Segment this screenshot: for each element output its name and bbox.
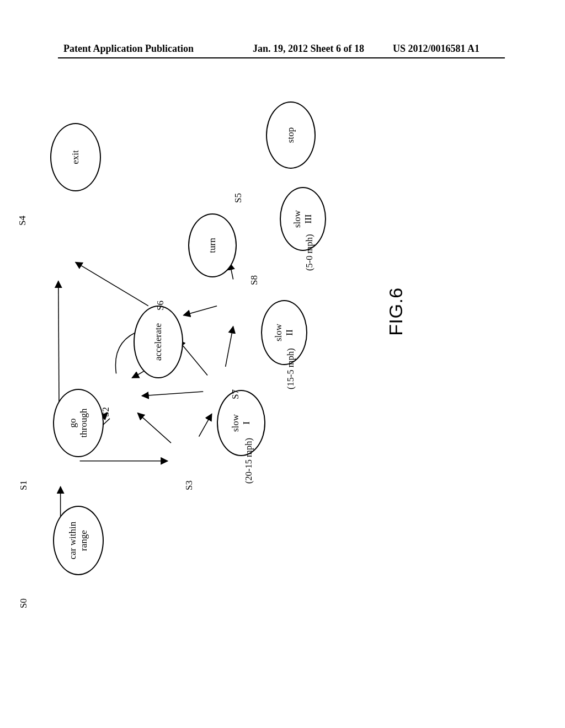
node-s1: S1 go through [53,389,104,457]
node-s6-text1: turn [207,238,218,253]
node-s1-text1: go [67,419,78,428]
node-s7: S7 slow II (15-5 mph) [261,300,307,365]
edge-s3-s7 [199,414,211,436]
node-s3-sub: (20-15 mph) [243,438,254,484]
edge-s7-s8 [226,326,233,367]
node-s3-text2: I [241,421,252,425]
header-right: US 2012/0016581 A1 [393,43,479,55]
node-s3-id: S3 [184,480,195,490]
node-s2-text1: accelerate [153,323,164,361]
node-s5-text1: stop [285,127,296,143]
figure-caption: FIG.6 [385,287,407,336]
node-s6-id: S6 [155,301,166,311]
node-s3: S3 slow I (20-15 mph) [217,390,265,456]
edge-s7-s2 [142,392,203,396]
node-s8: S8 slow III (5-0 mph) [280,187,326,251]
node-s8-text2: III [303,215,314,224]
node-s4: S4 exit [50,123,101,191]
node-s7-text2: II [284,329,295,335]
node-s8-sub: (5-0 mph) [304,234,315,271]
node-s0-text1: car within [67,522,78,559]
header-rule [58,57,505,58]
node-s2-id: S2 [100,407,111,417]
header-left: Patent Application Publication [63,43,194,55]
edge-s6-s4 [76,262,148,306]
node-s4-id: S4 [17,216,28,226]
node-s4-text1: exit [70,150,81,164]
node-s8-text1: slow [292,210,303,228]
node-s0: S0 car within range [53,506,104,575]
header-center: Jan. 19, 2012 Sheet 6 of 18 [253,43,364,55]
node-s1-text2: through [78,409,89,438]
node-s5-id: S5 [233,193,244,203]
node-s7-sub: (15-5 mph) [285,348,296,389]
edge-s8-s6 [184,306,217,315]
node-s0-id: S0 [18,598,29,608]
node-s3-text1: slow [230,414,241,432]
page: Patent Application Publication Jan. 19, … [0,0,565,728]
node-s6: S6 turn [188,213,237,277]
node-s2: S2 accelerate [134,306,183,378]
edge-s3-s2 [137,413,171,443]
node-s0-text2: range [78,530,89,551]
node-s8-id: S8 [249,275,260,285]
node-s5: S5 stop [266,101,316,169]
node-s1-id: S1 [18,480,29,490]
state-diagram: S0 car within range S1 go through S2 acc… [0,152,565,593]
node-s7-text1: slow [273,324,284,341]
node-s7-id: S7 [230,389,241,399]
